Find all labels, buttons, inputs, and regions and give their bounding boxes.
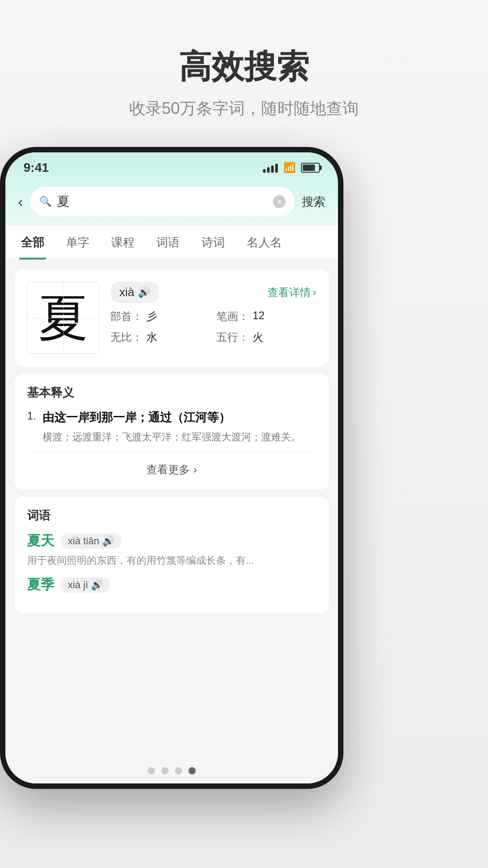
- pinyin-badge: xià 🔊: [110, 282, 159, 303]
- wuxing-label: 五行：: [216, 330, 249, 344]
- pagination: [5, 758, 338, 783]
- bihua-value: 12: [253, 309, 265, 324]
- dot-4-active: [188, 767, 196, 774]
- dot-1: [148, 767, 155, 774]
- phone-mockup: 9:41 📶 ‹ 🔍: [0, 147, 343, 789]
- see-more-arrow: ›: [193, 463, 197, 476]
- bihua-attr: 笔画： 12: [216, 309, 316, 324]
- dot-3: [175, 767, 182, 774]
- word-desc-1: 用于夜间照明的东西，有的用竹篾等编成长条，有...: [27, 554, 316, 567]
- word-char-1: 夏天: [27, 532, 54, 550]
- word-sound-icon-1[interactable]: 🔊: [102, 535, 114, 547]
- wifi-icon: 📶: [283, 162, 296, 174]
- bihua-label: 笔画：: [216, 309, 249, 324]
- see-more-label: 查看更多: [146, 462, 190, 477]
- back-button[interactable]: ‹: [18, 193, 23, 210]
- tab-famous[interactable]: 名人名: [245, 226, 284, 259]
- def-main-text: 由这一岸到那一岸；通过（江河等）: [42, 410, 316, 425]
- wubi-label: 无比：: [110, 330, 143, 344]
- basic-meaning-section: 基本释义 1. 由这一岸到那一岸；通过（江河等） 横渡；远渡重洋；飞渡太平洋；红…: [14, 374, 329, 490]
- pinyin-text: xià: [119, 285, 134, 299]
- battery-icon: [301, 163, 320, 173]
- divider: [27, 452, 316, 453]
- basic-meaning-title: 基本释义: [27, 385, 316, 401]
- status-icons: 📶: [263, 162, 320, 174]
- clear-button[interactable]: ✕: [273, 195, 286, 208]
- def-example-text: 横渡；远渡重洋；飞渡太平洋；红军强渡大渡河；渡难关。: [42, 429, 316, 445]
- word-pinyin-2: xià jì: [68, 579, 88, 591]
- word-char-2: 夏季: [27, 576, 54, 594]
- search-icon: 🔍: [39, 196, 52, 208]
- character-info: xià 🔊 查看详情 › 部首： 彡: [110, 282, 316, 354]
- character-display: 夏: [38, 293, 88, 343]
- tab-all[interactable]: 全部: [19, 226, 46, 259]
- word-row-1: 夏天 xià tiān 🔊: [27, 532, 316, 550]
- word-sound-icon-2[interactable]: 🔊: [91, 579, 103, 591]
- bushou-attr: 部首： 彡: [110, 309, 210, 324]
- word-pinyin-1: xià tiān: [68, 535, 99, 547]
- search-box[interactable]: 🔍 夏 ✕: [30, 187, 295, 217]
- def-num: 1.: [27, 410, 36, 445]
- word-pinyin-badge-2: xià jì 🔊: [61, 577, 110, 593]
- wuxing-value: 火: [253, 330, 263, 344]
- word-item-1: 夏天 xià tiān 🔊 用于夜间照明的东西，有的用竹篾等编成长条，有...: [27, 532, 316, 567]
- page-subtitle: 收录50万条字词，随时随地查询: [0, 98, 488, 120]
- search-submit-button[interactable]: 搜索: [302, 194, 325, 210]
- tabs-area: 全部 单字 课程 词语 诗词 名人名: [5, 226, 338, 260]
- word-item-2: 夏季 xià jì 🔊: [27, 576, 316, 594]
- tab-word[interactable]: 词语: [155, 226, 182, 259]
- definition-item-1: 1. 由这一岸到那一岸；通过（江河等） 横渡；远渡重洋；飞渡太平洋；红军强渡大渡…: [27, 410, 316, 445]
- word-pinyin-badge-1: xià tiān 🔊: [61, 533, 122, 549]
- wubi-attr: 无比： 水: [110, 330, 210, 344]
- character-attributes: 部首： 彡 笔画： 12 无比： 水: [110, 309, 316, 344]
- word-row-2: 夏季 xià jì 🔊: [27, 576, 316, 594]
- main-content: 夏 xià 🔊 查看详情 ›: [5, 260, 338, 758]
- search-area: ‹ 🔍 夏 ✕ 搜索: [5, 179, 338, 226]
- words-section: 词语 夏天 xià tiān 🔊 用于夜间照明的东西，有的用竹篾等编成长条，有.…: [14, 497, 329, 613]
- phone-screen: 9:41 📶 ‹ 🔍: [5, 152, 338, 783]
- wubi-value: 水: [146, 330, 157, 344]
- wuxing-attr: 五行： 火: [216, 330, 316, 344]
- bushou-value: 彡: [146, 309, 157, 324]
- see-more-button[interactable]: 查看更多 ›: [27, 454, 316, 479]
- character-image: 夏: [27, 282, 99, 354]
- page-title: 高效搜索: [0, 45, 488, 89]
- dot-2: [161, 767, 169, 774]
- tab-char[interactable]: 单字: [64, 226, 91, 259]
- status-bar: 9:41 📶: [5, 152, 338, 179]
- search-query-text: 夏: [57, 193, 267, 210]
- def-text: 由这一岸到那一岸；通过（江河等） 横渡；远渡重洋；飞渡太平洋；红军强渡大渡河；渡…: [42, 410, 316, 445]
- tab-poetry[interactable]: 诗词: [200, 226, 227, 259]
- tab-course[interactable]: 课程: [109, 226, 136, 259]
- bushou-label: 部首：: [110, 309, 143, 324]
- reading-row: xià 🔊 查看详情 ›: [110, 282, 316, 303]
- page-header: 高效搜索 收录50万条字词，随时随地查询: [0, 45, 488, 120]
- words-section-title: 词语: [27, 508, 316, 524]
- sound-icon[interactable]: 🔊: [138, 287, 150, 298]
- character-card: 夏 xià 🔊 查看详情 ›: [14, 269, 329, 367]
- status-time: 9:41: [23, 160, 49, 175]
- signal-icon: [263, 163, 278, 173]
- detail-link[interactable]: 查看详情 ›: [267, 285, 316, 300]
